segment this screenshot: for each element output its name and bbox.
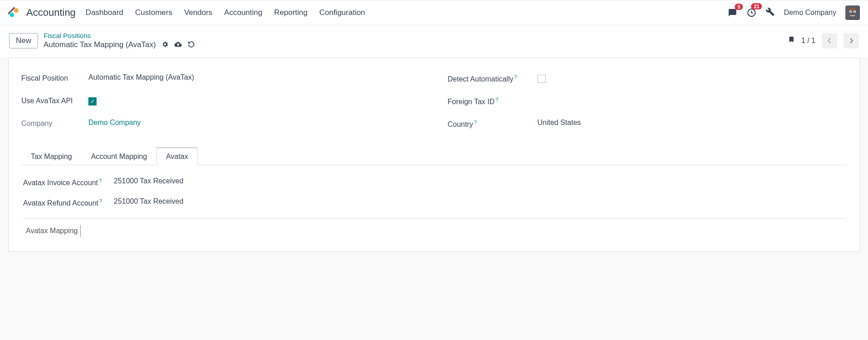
fiscal-position-label: Fiscal Position bbox=[21, 73, 80, 82]
nav-reporting[interactable]: Reporting bbox=[274, 8, 308, 17]
country-label: Country? bbox=[448, 119, 529, 129]
use-avatax-label: Use AvaTax API bbox=[21, 96, 80, 105]
user-avatar[interactable] bbox=[845, 5, 860, 20]
tab-avatax[interactable]: Avatax bbox=[156, 148, 198, 165]
messages-button[interactable]: 5 bbox=[727, 8, 737, 17]
tools-icon[interactable] bbox=[766, 7, 775, 19]
activities-button[interactable]: 21 bbox=[747, 8, 756, 18]
foreign-tax-label: Foreign Tax ID? bbox=[448, 96, 529, 106]
app-logo-icon[interactable] bbox=[8, 7, 20, 19]
nav-dashboard[interactable]: Dashboard bbox=[86, 8, 123, 17]
svg-point-7 bbox=[850, 11, 851, 12]
avatax-mapping-section-title[interactable]: Avatax Mapping bbox=[23, 225, 81, 237]
form-sheet: Fiscal Position Automatic Tax Mapping (A… bbox=[8, 57, 860, 252]
settings-gear-icon[interactable] bbox=[161, 41, 169, 49]
section-divider bbox=[23, 218, 845, 219]
nav-customers[interactable]: Customers bbox=[135, 8, 172, 17]
tab-content-avatax: Avatax Invoice Account? 251000 Tax Recei… bbox=[21, 165, 847, 242]
app-title[interactable]: Accounting bbox=[26, 7, 76, 19]
chevron-right-icon bbox=[849, 38, 853, 44]
breadcrumb-parent-link[interactable]: Fiscal Positions bbox=[44, 32, 195, 39]
tab-account-mapping[interactable]: Account Mapping bbox=[82, 148, 157, 165]
svg-rect-9 bbox=[849, 8, 856, 10]
help-icon[interactable]: ? bbox=[99, 178, 102, 183]
avatax-invoice-account-label: Avatax Invoice Account? bbox=[23, 177, 114, 188]
undo-icon[interactable] bbox=[188, 41, 195, 49]
help-icon[interactable]: ? bbox=[495, 97, 498, 102]
pager-counter[interactable]: 1 / 1 bbox=[801, 37, 815, 45]
country-value[interactable]: United States bbox=[538, 119, 581, 127]
messages-badge: 5 bbox=[735, 4, 743, 10]
avatax-invoice-account-value[interactable]: 251000 Tax Received bbox=[114, 177, 184, 185]
svg-point-1 bbox=[14, 8, 19, 13]
svg-point-0 bbox=[10, 13, 14, 17]
company-label: Company bbox=[21, 119, 80, 128]
record-title: Automatic Tax Mapping (AvaTax) bbox=[44, 40, 156, 49]
fiscal-position-value[interactable]: Automatic Tax Mapping (AvaTax) bbox=[88, 73, 194, 81]
detect-automatically-checkbox[interactable] bbox=[538, 75, 546, 83]
breadcrumb: Fiscal Positions Automatic Tax Mapping (… bbox=[44, 32, 195, 49]
avatax-refund-account-label: Avatax Refund Account? bbox=[23, 197, 114, 209]
nav-vendors[interactable]: Vendors bbox=[184, 8, 212, 17]
avatax-refund-account-value[interactable]: 251000 Tax Received bbox=[114, 197, 184, 206]
help-icon[interactable]: ? bbox=[99, 198, 102, 204]
cloud-upload-icon[interactable] bbox=[174, 41, 182, 49]
pager-next-button[interactable] bbox=[844, 33, 859, 48]
pager-prev-button[interactable] bbox=[822, 33, 837, 48]
activities-badge: 21 bbox=[751, 3, 762, 10]
nav-accounting[interactable]: Accounting bbox=[224, 8, 262, 17]
new-button[interactable]: New bbox=[9, 33, 38, 48]
help-icon[interactable]: ? bbox=[514, 74, 517, 80]
chevron-left-icon bbox=[827, 38, 832, 44]
use-avatax-checkbox[interactable]: ✓ bbox=[88, 97, 97, 105]
detect-automatically-label: Detect Automatically? bbox=[448, 73, 529, 83]
company-value[interactable]: Demo Company bbox=[88, 119, 141, 127]
tab-bar: Tax Mapping Account Mapping Avatax bbox=[21, 148, 847, 165]
bookmark-icon[interactable] bbox=[788, 35, 795, 46]
svg-point-8 bbox=[854, 11, 855, 12]
nav-configuration[interactable]: Configuration bbox=[319, 8, 365, 17]
help-icon[interactable]: ? bbox=[474, 120, 477, 125]
company-selector[interactable]: Demo Company bbox=[784, 9, 836, 17]
tab-tax-mapping[interactable]: Tax Mapping bbox=[21, 148, 82, 165]
